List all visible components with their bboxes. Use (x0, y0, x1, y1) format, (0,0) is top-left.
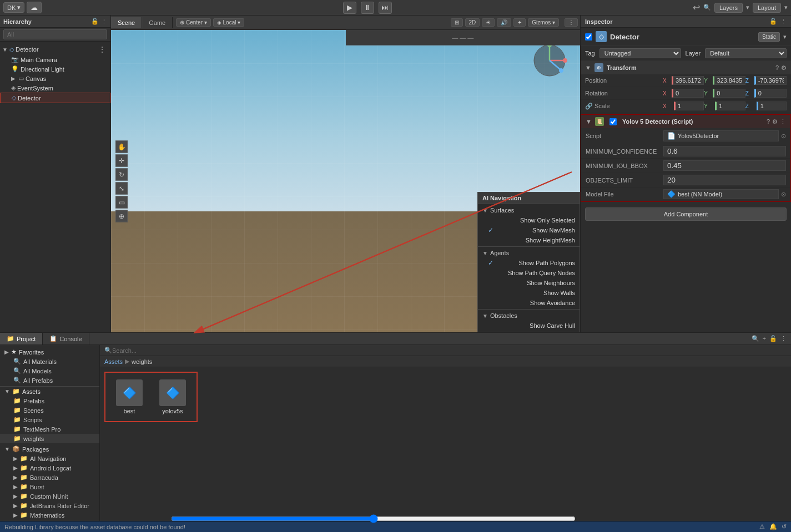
min-iou-input[interactable] (663, 160, 786, 171)
pkg-barracuda[interactable]: ▶ 📁 Barracuda (0, 473, 99, 482)
position-z[interactable] (754, 76, 787, 85)
lock-project-icon[interactable]: 🔓 (769, 335, 777, 342)
inspector-lock-icon[interactable]: 🔓 (769, 18, 777, 25)
move-tool[interactable]: ✛ (115, 154, 128, 166)
ai-nav-show-path-polygons[interactable]: ✓ Show Path Polygons (478, 258, 580, 268)
effects-tool[interactable]: ✦ (513, 18, 526, 27)
asset-best[interactable]: 🔷 best (110, 377, 149, 417)
yolov5-settings-icon[interactable]: ⚙ (772, 118, 778, 125)
project-menu-icon[interactable]: ⋮ (780, 335, 787, 342)
grid-tool[interactable]: ⊞ (451, 18, 463, 27)
tree-item-eventsystem[interactable]: ◈ EventSystem (0, 83, 110, 93)
tab-project[interactable]: 📁 Project (0, 333, 43, 344)
scene-more-icon[interactable]: ⋮ (565, 18, 578, 27)
favorites-header[interactable]: ▶ ★ Favorites (0, 347, 99, 357)
hand-tool[interactable]: ✋ (115, 140, 128, 153)
packages-header[interactable]: ▼ 📦 Packages (0, 444, 99, 454)
yolov5-header[interactable]: ▼ 📜 Yolov 5 Detector (Script) ? ⚙ ⋮ (581, 115, 790, 128)
objects-limit-input[interactable] (663, 175, 786, 185)
scale-z[interactable] (757, 102, 787, 110)
folder-scripts[interactable]: 📁 Scripts (0, 415, 99, 424)
fav-all-models[interactable]: 🔍 All Models (0, 366, 99, 376)
tag-select[interactable]: Untagged (599, 48, 681, 58)
inspector-menu-icon[interactable]: ⋮ (780, 18, 787, 25)
transform-tool[interactable]: ⊕ (115, 210, 128, 222)
search-project-icon[interactable]: 🔍 (752, 335, 759, 342)
hierarchy-lock-icon[interactable]: 🔓 (91, 18, 99, 25)
transform-settings-icon[interactable]: ⚙ (781, 64, 787, 72)
ai-nav-show-heightmesh[interactable]: ✓ Show HeightMesh (478, 235, 580, 245)
layers-button[interactable]: Layers (714, 3, 743, 13)
surfaces-section-header[interactable]: ▼ Surfaces (478, 205, 580, 215)
tree-item-main-camera[interactable]: 📷 Main Camera (0, 55, 110, 64)
tab-console[interactable]: 📋 Console (43, 333, 89, 344)
lighting-tool[interactable]: ☀ (482, 18, 495, 27)
ai-nav-show-navmesh[interactable]: ✓ Show NavMesh (478, 225, 580, 235)
gizmos-tool[interactable]: Gizmos ▾ (528, 18, 559, 27)
min-conf-input[interactable] (663, 146, 786, 156)
layout-button[interactable]: Layout (753, 3, 781, 13)
rotate-tool[interactable]: ↻ (115, 168, 128, 180)
pkg-ai-navigation[interactable]: ▶ 📁 AI Navigation (0, 454, 99, 463)
fav-all-prefabs[interactable]: 🔍 All Prefabs (0, 376, 99, 385)
tree-item-directional-light[interactable]: 💡 Directional Light (0, 64, 110, 74)
ai-nav-show-neighbours[interactable]: ✓ Show Neighbours (478, 278, 580, 288)
transform-help-icon[interactable]: ? (775, 64, 779, 72)
ai-nav-show-only-selected[interactable]: ✓ Show Only Selected (478, 215, 580, 225)
hierarchy-menu-icon[interactable]: ⋮ (101, 18, 107, 25)
layer-select[interactable]: Default (705, 48, 787, 58)
rotation-y[interactable] (713, 89, 745, 98)
scene-viewport[interactable]: ✋ ✛ ↻ ⤡ ▭ ⊕ (111, 30, 580, 332)
assets-folder-header[interactable]: ▼ 📁 Assets (0, 387, 99, 396)
cloud-button[interactable]: ☁ (27, 2, 42, 13)
tab-game[interactable]: Game (142, 17, 173, 28)
pkg-jetbrains[interactable]: ▶ 📁 JetBrains Rider Editor (0, 501, 99, 510)
tree-item-canvas[interactable]: ▶ ▭ Canvas (0, 74, 110, 83)
fav-all-materials[interactable]: 🔍 All Materials (0, 357, 99, 366)
static-button[interactable]: Static (758, 32, 780, 42)
tree-item-detector-selected[interactable]: ◇ Detector (0, 93, 110, 103)
rect-tool[interactable]: ▭ (115, 196, 128, 208)
folder-textmesh-pro[interactable]: 📁 TextMesh Pro (0, 424, 99, 434)
transform-header[interactable]: ▼ ⊕ Transform ? ⚙ (581, 61, 791, 74)
tab-scene[interactable]: Scene (111, 17, 142, 28)
step-button[interactable]: ⏭ (379, 2, 392, 14)
add-component-button[interactable]: Add Component (585, 207, 787, 221)
pkg-burst[interactable]: ▶ 📁 Burst (0, 482, 99, 492)
position-y[interactable] (713, 76, 745, 85)
rotation-z[interactable] (754, 89, 787, 98)
script-select-icon[interactable]: ⊙ (781, 133, 786, 140)
yolov5-menu-icon[interactable]: ⋮ (780, 118, 786, 125)
agents-section-header[interactable]: ▼ Agents (478, 248, 580, 258)
tree-item-detector-root[interactable]: ▼ ◇ Detector ⋮ (0, 44, 110, 55)
breadcrumb-assets[interactable]: Assets (104, 358, 123, 365)
scale-tool[interactable]: ⤡ (115, 182, 128, 194)
audio-tool[interactable]: 🔊 (497, 18, 511, 27)
position-x[interactable] (672, 76, 704, 85)
play-button[interactable]: ▶ (343, 2, 356, 14)
local-tool[interactable]: ◈ Local ▾ (213, 18, 244, 27)
ai-nav-show-avoidance[interactable]: ✓ Show Avoidance (478, 298, 580, 308)
center-tool[interactable]: ⊕ Center ▾ (176, 18, 211, 27)
search-icon[interactable]: 🔍 (703, 4, 711, 11)
folder-weights[interactable]: 📁 weights (0, 434, 99, 443)
yolov5-help-icon[interactable]: ? (767, 118, 770, 125)
project-search-input[interactable] (112, 347, 787, 354)
pause-button[interactable]: ⏸ (361, 2, 374, 14)
static-arrow-icon[interactable]: ▾ (783, 33, 787, 40)
hierarchy-search-input[interactable] (3, 29, 107, 39)
tree-item-menu-icon[interactable]: ⋮ (98, 45, 106, 54)
view-tool-2d[interactable]: 2D (465, 18, 480, 27)
obstacles-section-header[interactable]: ▼ Obstacles (478, 311, 580, 321)
add-project-icon[interactable]: + (763, 335, 766, 342)
dk-button[interactable]: DK ▾ (3, 2, 24, 13)
ai-nav-show-carve-hull[interactable]: ✓ Show Carve Hull (478, 321, 580, 331)
rotation-x[interactable] (672, 89, 704, 98)
breadcrumb-weights[interactable]: weights (132, 358, 152, 365)
pkg-custom-nunit[interactable]: ▶ 📁 Custom NUnit (0, 492, 99, 501)
scale-x[interactable] (674, 102, 704, 110)
asset-yolov5s[interactable]: 🔷 yolov5s (153, 377, 192, 417)
project-scroll-slider[interactable] (171, 516, 576, 521)
pkg-android-logcat[interactable]: ▶ 📁 Android Logcat (0, 463, 99, 473)
folder-prefabs[interactable]: 📁 Prefabs (0, 396, 99, 406)
